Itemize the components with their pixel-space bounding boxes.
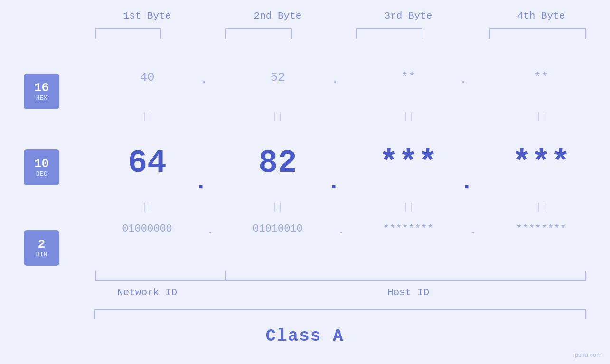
- bin-badge-number: 2: [38, 238, 46, 252]
- hex-byte1: 40: [140, 70, 154, 84]
- hex-dot1: .: [200, 73, 208, 87]
- dec-dot1: .: [194, 168, 208, 196]
- equals2-byte2: ||: [272, 202, 283, 213]
- hex-dot2: .: [331, 73, 339, 87]
- bracket-top-byte4: [489, 28, 586, 39]
- hex-badge-label: HEX: [36, 94, 47, 102]
- equals1-byte3: ||: [403, 112, 414, 122]
- byte1-header: 1st Byte: [123, 10, 171, 21]
- bracket-top-byte1: [95, 28, 161, 39]
- dec-byte3: ***: [379, 145, 437, 181]
- bin-badge: 2 BIN: [24, 230, 59, 266]
- bracket-class-a: [94, 309, 586, 319]
- bin-badge-label: BIN: [36, 251, 47, 258]
- bin-byte4: ********: [516, 223, 566, 235]
- hex-badge-number: 16: [34, 81, 49, 95]
- main-container: 1st Byte 2nd Byte 3rd Byte 4th Byte 16 H…: [0, 0, 610, 364]
- bin-dot1: .: [207, 225, 213, 237]
- dec-dot3: .: [460, 168, 474, 196]
- bracket-top-byte2: [225, 28, 292, 39]
- dec-byte4: ***: [512, 145, 570, 181]
- hex-badge: 16 HEX: [24, 74, 59, 109]
- byte3-header: 3rd Byte: [385, 10, 432, 21]
- dec-byte2: 82: [258, 145, 297, 181]
- bin-byte3: ********: [383, 223, 433, 235]
- bin-dot2: .: [338, 225, 344, 237]
- byte4-header: 4th Byte: [517, 10, 565, 21]
- hex-byte2: 52: [270, 70, 285, 84]
- host-id-label: Host ID: [387, 287, 429, 298]
- bracket-bottom-host: [225, 271, 586, 281]
- equals2-byte4: ||: [535, 202, 547, 213]
- dec-badge: 10 DEC: [24, 149, 59, 185]
- equals1-byte2: ||: [272, 112, 283, 122]
- dec-byte1: 64: [128, 145, 167, 181]
- hex-byte4: **: [534, 70, 548, 84]
- bin-byte2: 01010010: [253, 223, 303, 235]
- equals2-byte3: ||: [403, 202, 414, 213]
- dec-badge-number: 10: [34, 157, 49, 171]
- bracket-bottom-network: [95, 271, 226, 281]
- bin-byte1: 01000000: [122, 223, 172, 235]
- dec-dot2: .: [327, 168, 341, 196]
- hex-dot3: .: [460, 73, 467, 87]
- network-id-label: Network ID: [117, 287, 177, 298]
- equals2-byte1: ||: [141, 202, 153, 213]
- equals1-byte1: ||: [141, 112, 153, 122]
- hex-byte3: **: [401, 70, 415, 84]
- equals1-byte4: ||: [535, 112, 547, 122]
- bracket-top-byte3: [356, 28, 422, 39]
- byte2-header: 2nd Byte: [254, 10, 302, 21]
- bin-dot3: .: [470, 225, 476, 237]
- dec-badge-label: DEC: [36, 170, 47, 177]
- watermark: ipshu.com: [573, 351, 601, 358]
- class-a-label: Class A: [265, 327, 344, 346]
